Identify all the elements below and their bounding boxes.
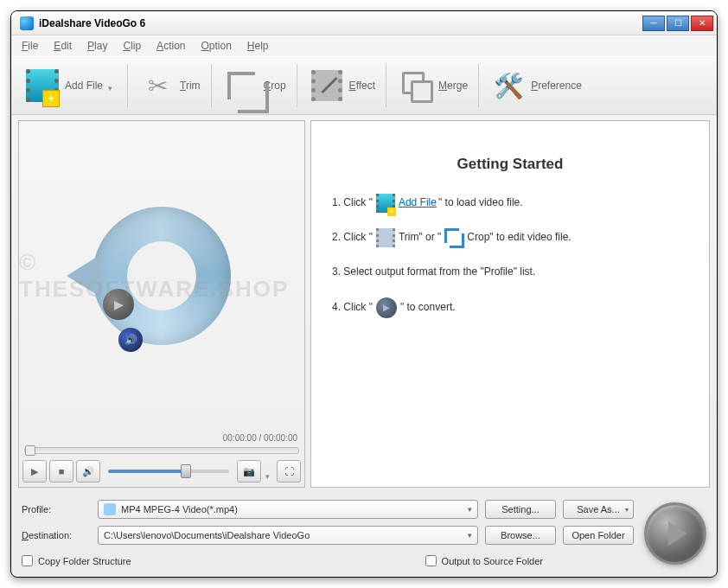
menu-help[interactable]: Help (247, 40, 269, 52)
menu-action[interactable]: Action (156, 40, 185, 52)
crop-icon (227, 72, 255, 99)
menu-option[interactable]: Option (201, 40, 231, 52)
copy-folder-label: Copy Folder Structure (38, 556, 131, 566)
app-icon (20, 16, 34, 30)
maximize-button[interactable]: ☐ (667, 16, 689, 31)
play-icon: ▶ (103, 289, 134, 320)
profile-label: Profile: (22, 504, 91, 514)
play-button[interactable]: ▶ (22, 460, 47, 483)
add-file-icon (376, 194, 395, 213)
output-source-checkbox[interactable]: Output to Source Folder (425, 555, 543, 566)
add-file-link[interactable]: Add File (399, 194, 437, 213)
seek-slider[interactable] (24, 447, 299, 454)
browse-button[interactable]: Browse... (485, 526, 556, 545)
output-source-input[interactable] (425, 555, 437, 566)
toolbar: Add File ✂ Trim Crop Effect Merge 🛠️ Pre… (11, 56, 717, 115)
effect-label: Effect (349, 80, 375, 92)
trim-label: Trim (180, 80, 201, 92)
crop-button[interactable]: Crop (215, 63, 293, 108)
divider (127, 64, 128, 107)
merge-button[interactable]: Merge (390, 63, 475, 108)
menu-edit[interactable]: Edit (54, 40, 72, 52)
trim-button[interactable]: ✂ Trim (131, 63, 208, 108)
dropdown-icon[interactable] (108, 81, 117, 90)
snapshot-button[interactable]: 📷 (237, 460, 261, 483)
format-icon (104, 503, 116, 515)
destination-value: C:\Users\lenovo\Documents\iDealshare Vid… (104, 530, 310, 540)
convert-button[interactable] (644, 502, 706, 565)
menu-file[interactable]: File (22, 40, 38, 52)
effect-icon (311, 70, 342, 101)
divider (386, 64, 386, 107)
merge-icon (402, 72, 430, 99)
profile-value: MP4 MPEG-4 Video(*.mp4) (121, 504, 238, 514)
preview-pane: ▶ 🔊 © THESOFTWARE.SHOP 00:00:00 / 00:00:… (18, 120, 305, 488)
merge-label: Merge (438, 80, 468, 92)
step-2: 2. Click " Trim" or " Crop" to edit vide… (332, 228, 688, 247)
save-as-button[interactable]: Save As... (563, 500, 634, 519)
close-button[interactable]: ✕ (691, 16, 713, 31)
window-title: iDealshare VideoGo 6 (39, 17, 642, 29)
time-display: 00:00:00 / 00:00:00 (19, 430, 304, 445)
trim-icon (376, 228, 395, 247)
step-3: 3. Select output format from the "Profil… (332, 263, 688, 282)
output-source-label: Output to Source Folder (442, 556, 543, 566)
setting-button[interactable]: Setting... (485, 500, 556, 519)
minimize-button[interactable]: ─ (642, 16, 665, 31)
fullscreen-button[interactable]: ⛶ (277, 460, 301, 483)
step-1: 1. Click " Add File " to load video file… (332, 194, 688, 213)
menu-clip[interactable]: Clip (123, 40, 141, 52)
add-file-button[interactable]: Add File (16, 63, 124, 108)
divider (211, 64, 212, 107)
menu-play[interactable]: Play (87, 40, 107, 52)
divider (478, 64, 479, 107)
copy-folder-input[interactable] (22, 555, 33, 566)
copy-folder-checkbox[interactable]: Copy Folder Structure (22, 555, 131, 566)
divider (297, 64, 297, 107)
mute-button[interactable]: 🔊 (76, 460, 100, 483)
getting-started-pane: Getting Started 1. Click " Add File " to… (310, 120, 710, 488)
add-file-icon (26, 69, 59, 102)
menubar: File Edit Play Clip Action Option Help (11, 35, 717, 56)
scissors-icon: ✂ (148, 72, 168, 100)
convert-icon: ▶ (376, 297, 397, 318)
destination-combo[interactable]: C:\Users\lenovo\Documents\iDealshare Vid… (98, 526, 478, 545)
crop-icon (444, 228, 463, 247)
speaker-icon: 🔊 (118, 328, 143, 352)
step-4: 4. Click " ▶ " to convert. (332, 297, 688, 318)
dropdown-icon[interactable] (265, 467, 274, 476)
open-folder-button[interactable]: Open Folder (563, 526, 634, 545)
preference-button[interactable]: 🛠️ Preference (482, 63, 589, 108)
destination-label: Destination: (22, 530, 91, 540)
volume-slider[interactable] (108, 470, 229, 473)
tools-icon: 🛠️ (494, 72, 524, 100)
stop-button[interactable]: ■ (49, 460, 73, 483)
profile-combo[interactable]: MP4 MPEG-4 Video(*.mp4) (98, 500, 478, 519)
preference-label: Preference (531, 80, 582, 92)
app-window: iDealshare VideoGo 6 ─ ☐ ✕ File Edit Pla… (10, 10, 718, 578)
getting-started-title: Getting Started (332, 156, 688, 173)
add-file-label: Add File (65, 80, 103, 92)
convert-graphic: ▶ 🔊 (75, 189, 248, 362)
titlebar: iDealshare VideoGo 6 ─ ☐ ✕ (11, 11, 717, 35)
bottom-panel: Profile: MP4 MPEG-4 Video(*.mp4) Setting… (11, 493, 717, 577)
effect-button[interactable]: Effect (301, 63, 382, 108)
